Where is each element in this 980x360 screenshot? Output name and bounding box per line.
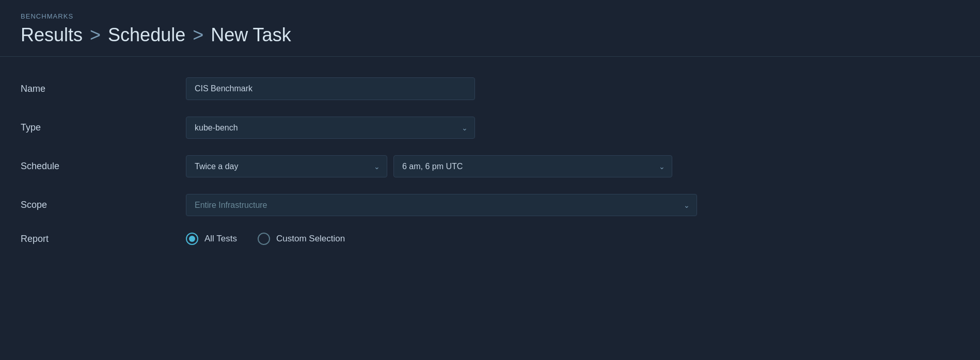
name-label: Name [21, 84, 186, 94]
scope-select[interactable]: Entire Infrastructure [186, 194, 697, 216]
name-controls [186, 77, 475, 100]
scope-label: Scope [21, 200, 186, 210]
radio-custom-selection-label: Custom Selection [276, 234, 345, 244]
radio-option-all-tests[interactable]: All Tests [186, 233, 237, 245]
breadcrumb-sep1: > [90, 24, 101, 46]
schedule-select[interactable]: Twice a day Once a day Weekly [186, 155, 387, 177]
report-row: Report All Tests Custom Selection [21, 233, 959, 245]
type-select-wrapper: kube-bench ⌄ [186, 117, 475, 139]
schedule-select-wrapper: Twice a day Once a day Weekly ⌄ [186, 155, 387, 177]
radio-all-tests-label: All Tests [204, 234, 237, 244]
scope-select-wrapper: Entire Infrastructure ⌄ [186, 194, 697, 216]
radio-option-custom-selection[interactable]: Custom Selection [258, 233, 345, 245]
breadcrumb-results[interactable]: Results [21, 24, 83, 46]
scope-row: Scope Entire Infrastructure ⌄ [21, 194, 959, 216]
type-row: Type kube-bench ⌄ [21, 117, 959, 139]
type-select[interactable]: kube-bench [186, 117, 475, 139]
page-container: BENCHMARKS Results > Schedule > New Task… [0, 0, 980, 360]
breadcrumb-main: Results > Schedule > New Task [21, 24, 959, 46]
time-select[interactable]: 6 am, 6 pm UTC [393, 155, 672, 177]
content: Name Type kube-bench ⌄ Schedule [0, 57, 980, 266]
type-label: Type [21, 122, 186, 133]
type-controls: kube-bench ⌄ [186, 117, 475, 139]
report-label: Report [21, 234, 186, 244]
schedule-label: Schedule [21, 161, 186, 172]
name-input[interactable] [186, 77, 475, 100]
breadcrumb-new-task: New Task [211, 24, 291, 46]
scope-controls: Entire Infrastructure ⌄ [186, 194, 697, 216]
schedule-controls: Twice a day Once a day Weekly ⌄ 6 am, 6 … [186, 155, 672, 177]
breadcrumb-schedule[interactable]: Schedule [108, 24, 185, 46]
breadcrumb-sep2: > [193, 24, 203, 46]
time-select-wrapper: 6 am, 6 pm UTC ⌄ [393, 155, 672, 177]
header: BENCHMARKS Results > Schedule > New Task [0, 0, 980, 57]
name-row: Name [21, 77, 959, 100]
radio-all-tests-indicator [186, 233, 198, 245]
radio-custom-selection-indicator [258, 233, 270, 245]
schedule-row: Schedule Twice a day Once a day Weekly ⌄… [21, 155, 959, 177]
breadcrumb-top: BENCHMARKS [21, 12, 959, 20]
report-radio-group: All Tests Custom Selection [186, 233, 345, 245]
